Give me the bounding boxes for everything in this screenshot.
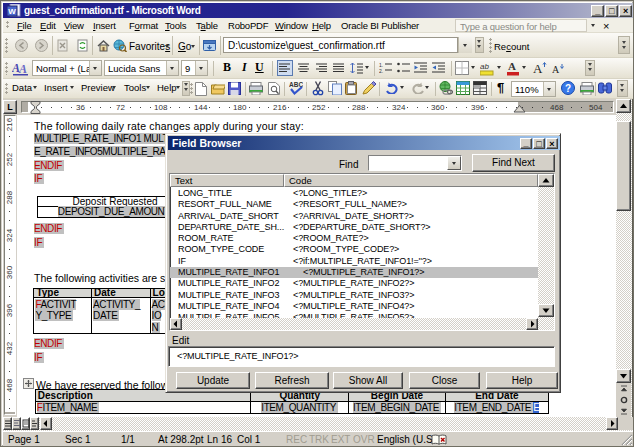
svg-text:A: A [533, 61, 543, 75]
svg-text:A: A [552, 64, 560, 75]
svg-text:ab: ab [480, 62, 489, 71]
svg-text:?: ? [565, 83, 571, 94]
svg-text:A: A [18, 62, 27, 76]
svg-text:A: A [508, 60, 516, 72]
svg-text:W: W [8, 7, 16, 16]
svg-text:2.: 2. [379, 68, 383, 74]
